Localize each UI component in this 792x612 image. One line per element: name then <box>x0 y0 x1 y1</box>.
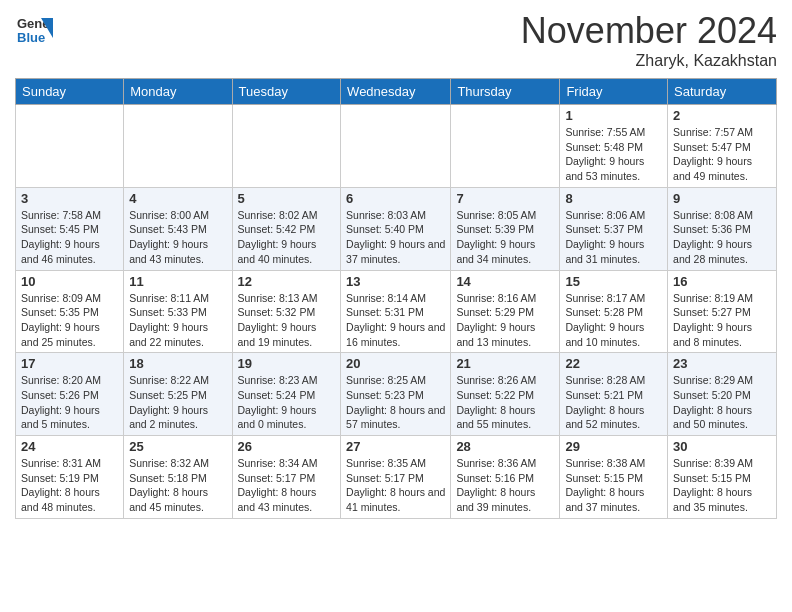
day-number: 2 <box>673 108 771 123</box>
day-number: 29 <box>565 439 662 454</box>
table-row: 15Sunrise: 8:17 AM Sunset: 5:28 PM Dayli… <box>560 270 668 353</box>
calendar-week-row: 1Sunrise: 7:55 AM Sunset: 5:48 PM Daylig… <box>16 105 777 188</box>
day-number: 15 <box>565 274 662 289</box>
day-info: Sunrise: 8:26 AM Sunset: 5:22 PM Dayligh… <box>456 373 554 432</box>
day-number: 20 <box>346 356 445 371</box>
title-section: November 2024 Zharyk, Kazakhstan <box>521 10 777 70</box>
col-monday: Monday <box>124 79 232 105</box>
col-tuesday: Tuesday <box>232 79 341 105</box>
calendar-week-row: 24Sunrise: 8:31 AM Sunset: 5:19 PM Dayli… <box>16 436 777 519</box>
day-info: Sunrise: 8:23 AM Sunset: 5:24 PM Dayligh… <box>238 373 336 432</box>
day-number: 8 <box>565 191 662 206</box>
day-info: Sunrise: 8:25 AM Sunset: 5:23 PM Dayligh… <box>346 373 445 432</box>
day-info: Sunrise: 8:17 AM Sunset: 5:28 PM Dayligh… <box>565 291 662 350</box>
day-number: 25 <box>129 439 226 454</box>
day-info: Sunrise: 8:34 AM Sunset: 5:17 PM Dayligh… <box>238 456 336 515</box>
day-info: Sunrise: 8:28 AM Sunset: 5:21 PM Dayligh… <box>565 373 662 432</box>
table-row: 27Sunrise: 8:35 AM Sunset: 5:17 PM Dayli… <box>341 436 451 519</box>
day-info: Sunrise: 8:39 AM Sunset: 5:15 PM Dayligh… <box>673 456 771 515</box>
table-row: 10Sunrise: 8:09 AM Sunset: 5:35 PM Dayli… <box>16 270 124 353</box>
table-row: 20Sunrise: 8:25 AM Sunset: 5:23 PM Dayli… <box>341 353 451 436</box>
table-row: 25Sunrise: 8:32 AM Sunset: 5:18 PM Dayli… <box>124 436 232 519</box>
day-info: Sunrise: 8:06 AM Sunset: 5:37 PM Dayligh… <box>565 208 662 267</box>
table-row <box>341 105 451 188</box>
day-number: 5 <box>238 191 336 206</box>
day-info: Sunrise: 7:55 AM Sunset: 5:48 PM Dayligh… <box>565 125 662 184</box>
table-row: 23Sunrise: 8:29 AM Sunset: 5:20 PM Dayli… <box>668 353 777 436</box>
day-info: Sunrise: 8:29 AM Sunset: 5:20 PM Dayligh… <box>673 373 771 432</box>
table-row: 2Sunrise: 7:57 AM Sunset: 5:47 PM Daylig… <box>668 105 777 188</box>
table-row: 18Sunrise: 8:22 AM Sunset: 5:25 PM Dayli… <box>124 353 232 436</box>
day-info: Sunrise: 8:05 AM Sunset: 5:39 PM Dayligh… <box>456 208 554 267</box>
table-row: 7Sunrise: 8:05 AM Sunset: 5:39 PM Daylig… <box>451 187 560 270</box>
table-row: 12Sunrise: 8:13 AM Sunset: 5:32 PM Dayli… <box>232 270 341 353</box>
table-row: 24Sunrise: 8:31 AM Sunset: 5:19 PM Dayli… <box>16 436 124 519</box>
day-number: 10 <box>21 274 118 289</box>
day-info: Sunrise: 8:19 AM Sunset: 5:27 PM Dayligh… <box>673 291 771 350</box>
day-number: 13 <box>346 274 445 289</box>
day-number: 3 <box>21 191 118 206</box>
day-info: Sunrise: 7:58 AM Sunset: 5:45 PM Dayligh… <box>21 208 118 267</box>
table-row: 9Sunrise: 8:08 AM Sunset: 5:36 PM Daylig… <box>668 187 777 270</box>
day-number: 1 <box>565 108 662 123</box>
day-info: Sunrise: 8:00 AM Sunset: 5:43 PM Dayligh… <box>129 208 226 267</box>
calendar-week-row: 10Sunrise: 8:09 AM Sunset: 5:35 PM Dayli… <box>16 270 777 353</box>
day-info: Sunrise: 8:36 AM Sunset: 5:16 PM Dayligh… <box>456 456 554 515</box>
table-row: 13Sunrise: 8:14 AM Sunset: 5:31 PM Dayli… <box>341 270 451 353</box>
table-row: 4Sunrise: 8:00 AM Sunset: 5:43 PM Daylig… <box>124 187 232 270</box>
day-info: Sunrise: 8:20 AM Sunset: 5:26 PM Dayligh… <box>21 373 118 432</box>
table-row: 8Sunrise: 8:06 AM Sunset: 5:37 PM Daylig… <box>560 187 668 270</box>
svg-text:Blue: Blue <box>17 30 45 45</box>
day-number: 16 <box>673 274 771 289</box>
col-friday: Friday <box>560 79 668 105</box>
calendar-header-row: Sunday Monday Tuesday Wednesday Thursday… <box>16 79 777 105</box>
logo-icon: General Blue <box>15 10 53 52</box>
logo: General Blue <box>15 10 57 52</box>
table-row: 3Sunrise: 7:58 AM Sunset: 5:45 PM Daylig… <box>16 187 124 270</box>
day-number: 17 <box>21 356 118 371</box>
day-number: 18 <box>129 356 226 371</box>
day-number: 11 <box>129 274 226 289</box>
table-row <box>124 105 232 188</box>
day-info: Sunrise: 8:13 AM Sunset: 5:32 PM Dayligh… <box>238 291 336 350</box>
day-number: 27 <box>346 439 445 454</box>
day-info: Sunrise: 8:31 AM Sunset: 5:19 PM Dayligh… <box>21 456 118 515</box>
day-info: Sunrise: 7:57 AM Sunset: 5:47 PM Dayligh… <box>673 125 771 184</box>
day-info: Sunrise: 8:02 AM Sunset: 5:42 PM Dayligh… <box>238 208 336 267</box>
day-info: Sunrise: 8:08 AM Sunset: 5:36 PM Dayligh… <box>673 208 771 267</box>
day-number: 30 <box>673 439 771 454</box>
day-info: Sunrise: 8:03 AM Sunset: 5:40 PM Dayligh… <box>346 208 445 267</box>
day-number: 9 <box>673 191 771 206</box>
table-row <box>232 105 341 188</box>
day-number: 24 <box>21 439 118 454</box>
day-number: 14 <box>456 274 554 289</box>
table-row: 21Sunrise: 8:26 AM Sunset: 5:22 PM Dayli… <box>451 353 560 436</box>
table-row: 28Sunrise: 8:36 AM Sunset: 5:16 PM Dayli… <box>451 436 560 519</box>
table-row: 17Sunrise: 8:20 AM Sunset: 5:26 PM Dayli… <box>16 353 124 436</box>
day-info: Sunrise: 8:35 AM Sunset: 5:17 PM Dayligh… <box>346 456 445 515</box>
table-row: 29Sunrise: 8:38 AM Sunset: 5:15 PM Dayli… <box>560 436 668 519</box>
day-number: 12 <box>238 274 336 289</box>
col-wednesday: Wednesday <box>341 79 451 105</box>
col-thursday: Thursday <box>451 79 560 105</box>
day-info: Sunrise: 8:22 AM Sunset: 5:25 PM Dayligh… <box>129 373 226 432</box>
calendar-week-row: 17Sunrise: 8:20 AM Sunset: 5:26 PM Dayli… <box>16 353 777 436</box>
table-row: 22Sunrise: 8:28 AM Sunset: 5:21 PM Dayli… <box>560 353 668 436</box>
calendar-table: Sunday Monday Tuesday Wednesday Thursday… <box>15 78 777 519</box>
day-number: 22 <box>565 356 662 371</box>
table-row: 16Sunrise: 8:19 AM Sunset: 5:27 PM Dayli… <box>668 270 777 353</box>
day-info: Sunrise: 8:16 AM Sunset: 5:29 PM Dayligh… <box>456 291 554 350</box>
day-info: Sunrise: 8:14 AM Sunset: 5:31 PM Dayligh… <box>346 291 445 350</box>
month-title: November 2024 <box>521 10 777 52</box>
day-number: 6 <box>346 191 445 206</box>
day-number: 23 <box>673 356 771 371</box>
table-row: 19Sunrise: 8:23 AM Sunset: 5:24 PM Dayli… <box>232 353 341 436</box>
header: General Blue November 2024 Zharyk, Kazak… <box>15 10 777 70</box>
table-row: 30Sunrise: 8:39 AM Sunset: 5:15 PM Dayli… <box>668 436 777 519</box>
table-row <box>16 105 124 188</box>
day-number: 21 <box>456 356 554 371</box>
col-sunday: Sunday <box>16 79 124 105</box>
day-number: 19 <box>238 356 336 371</box>
table-row: 14Sunrise: 8:16 AM Sunset: 5:29 PM Dayli… <box>451 270 560 353</box>
day-info: Sunrise: 8:38 AM Sunset: 5:15 PM Dayligh… <box>565 456 662 515</box>
